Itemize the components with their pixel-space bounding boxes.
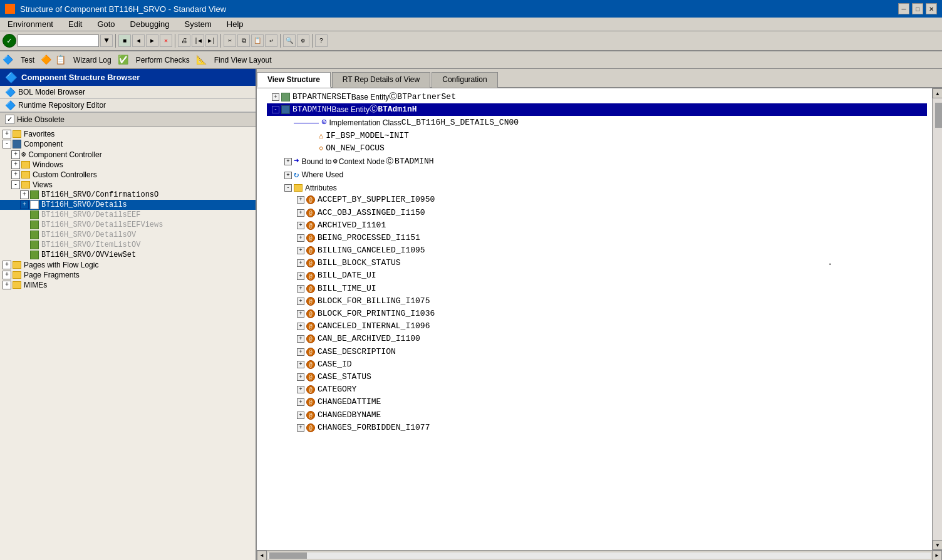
- scrollbar-track[interactable]: [933, 98, 942, 540]
- rp-row-on-new-focus[interactable]: ◇ ON_NEW_FOCUS: [267, 142, 927, 155]
- menu-environment[interactable]: Environment: [5, 19, 56, 29]
- rp-row-attr-acc_obj_assinged_i1150[interactable]: + @ ACC_OBJ_ASSINGED_I1150: [267, 207, 927, 219]
- hide-obsolete-bar[interactable]: ✓ Hide Obsolete: [0, 112, 256, 127]
- rp-row-where-used[interactable]: + ↻ Where Used: [267, 169, 927, 182]
- horizontal-scrollbar[interactable]: ◀ ▶: [257, 550, 942, 560]
- details-expand[interactable]: +: [20, 200, 29, 209]
- rp-row-attr-changedbyname[interactable]: + @ CHANGEDBYNAME: [267, 409, 927, 422]
- rp-row-if-bsp[interactable]: △ IF_BSP_MODEL~INIT: [267, 130, 927, 142]
- attr-expand[interactable]: +: [297, 398, 304, 406]
- rp-row-attr-block_for_billing_i1075[interactable]: + @ BLOCK_FOR_BILLING_I1075: [267, 295, 927, 308]
- cut-button[interactable]: ✂: [224, 34, 236, 47]
- rp-row-attr-changes_forbidden_i1077[interactable]: + @ CHANGES_FORBIDDEN_I1077: [267, 422, 927, 434]
- rp-row-attr-being_processed_i1151[interactable]: + @ BEING_PROCESSED_I1151: [267, 232, 927, 244]
- sidebar-item-views[interactable]: - Views: [0, 180, 256, 190]
- print-button[interactable]: 🖨: [178, 34, 190, 47]
- cmd-dropdown[interactable]: ▼: [100, 34, 113, 47]
- help-button[interactable]: ?: [315, 34, 328, 47]
- page-fragments-expand[interactable]: +: [3, 271, 11, 279]
- scrollbar-thumb[interactable]: [935, 103, 942, 128]
- tab-configuration[interactable]: Configuration: [432, 72, 497, 88]
- find-button[interactable]: 🔍: [283, 34, 296, 47]
- sidebar-item-pages-flow[interactable]: + Pages with Flow Logic: [0, 260, 256, 270]
- scroll-up-button[interactable]: ▲: [933, 88, 942, 98]
- sidebar-item-windows[interactable]: + Windows: [0, 160, 256, 170]
- attr-expand[interactable]: +: [297, 373, 304, 381]
- settings-button[interactable]: ⚙: [297, 34, 309, 47]
- windows-expand[interactable]: +: [11, 160, 20, 169]
- sidebar-item-component-controller[interactable]: + ⚙ Component Controller: [0, 149, 256, 160]
- scrollbar-h-track[interactable]: [268, 552, 931, 559]
- rp-row-attr-bill_date_ui[interactable]: + @ BILL_DATE_UI: [267, 269, 927, 282]
- attr-expand[interactable]: +: [297, 196, 304, 204]
- scroll-left-button[interactable]: ◀: [257, 551, 267, 561]
- wizard-log-button[interactable]: Wizard Log: [70, 54, 115, 66]
- menu-debugging[interactable]: Debugging: [128, 19, 172, 29]
- attr-expand[interactable]: +: [297, 348, 304, 356]
- tab-view-structure[interactable]: View Structure: [257, 72, 331, 88]
- copy-button[interactable]: ⧉: [237, 34, 250, 47]
- rp-row-attr-case_id[interactable]: + @ CASE_ID: [267, 358, 927, 371]
- attributes-expand[interactable]: -: [284, 184, 292, 192]
- runtime-repo-editor-item[interactable]: 🔷 Runtime Repository Editor: [0, 99, 256, 112]
- scroll-down-button[interactable]: ▼: [933, 540, 942, 550]
- attr-expand[interactable]: +: [297, 323, 304, 330]
- bound-to-expand[interactable]: +: [284, 158, 292, 165]
- rp-row-attr-accept_by_supplier_i0950[interactable]: + @ ACCEPT_BY_SUPPLIER_I0950: [267, 194, 927, 206]
- rp-row-attr-case_status[interactable]: + @ CASE_STATUS: [267, 371, 927, 383]
- menu-system[interactable]: System: [182, 19, 214, 29]
- sidebar-item-details[interactable]: + BT116H_SRVO/Details: [0, 200, 256, 210]
- nav-cancel-button[interactable]: ✕: [160, 34, 172, 47]
- favorites-expand[interactable]: +: [3, 130, 11, 138]
- sidebar-item-favorites[interactable]: + Favorites: [0, 129, 256, 139]
- attr-expand[interactable]: +: [297, 361, 304, 368]
- undo-button[interactable]: ↩: [265, 34, 277, 47]
- attr-expand[interactable]: +: [297, 222, 304, 229]
- rp-row-btpartnerset[interactable]: + BTPARTNERSET Base Entity Ⓒ BTPartnerSe…: [267, 91, 927, 103]
- bol-model-browser-item[interactable]: 🔷 BOL Model Browser: [0, 86, 256, 99]
- rp-row-attr-category[interactable]: + @ CATEGORY: [267, 383, 927, 396]
- menu-edit[interactable]: Edit: [66, 19, 85, 29]
- rp-row-attr-canceled_internal_i1096[interactable]: + @ CANCELED_INTERNAL_I1096: [267, 320, 927, 333]
- attr-expand[interactable]: +: [297, 259, 304, 267]
- attr-expand[interactable]: +: [297, 209, 304, 217]
- nav-back-button[interactable]: ◀: [132, 34, 145, 47]
- confirmations-expand[interactable]: +: [20, 190, 29, 199]
- custom-controllers-expand[interactable]: +: [11, 170, 20, 179]
- rp-row-impl-class[interactable]: ⊙ Implementation Class CL_BT116H_S_DETAI…: [267, 116, 927, 130]
- views-expand[interactable]: -: [11, 180, 20, 189]
- sidebar-item-details-ov[interactable]: BT116H_SRVO/DetailsOV: [0, 230, 256, 240]
- btpartnerset-expand[interactable]: +: [272, 93, 279, 101]
- attr-expand[interactable]: +: [297, 298, 304, 305]
- mimes-expand[interactable]: +: [3, 281, 11, 289]
- pages-flow-expand[interactable]: +: [3, 261, 11, 269]
- attr-expand[interactable]: +: [297, 285, 304, 293]
- nav-first-button[interactable]: |◀: [192, 34, 204, 47]
- rp-row-bound-to[interactable]: + ➜ Bound to ⚙ Context Node Ⓒ BTADMINH: [267, 155, 927, 169]
- test-button[interactable]: Test: [17, 54, 38, 66]
- close-button[interactable]: ✕: [926, 3, 937, 14]
- scroll-right-button[interactable]: ▶: [932, 551, 942, 561]
- rp-row-attr-archived_i1101[interactable]: + @ ARCHIVED_I1101: [267, 219, 927, 232]
- rp-row-attr-bill_time_ui[interactable]: + @ BILL_TIME_UI: [267, 283, 927, 295]
- attr-expand[interactable]: +: [297, 247, 304, 254]
- rp-row-attr-billing_canceled_i1095[interactable]: + @ BILLING_CANCELED_I1095: [267, 244, 927, 257]
- sidebar-item-item-list-ov[interactable]: BT116H_SRVO/ItemListOV: [0, 240, 256, 250]
- perform-checks-button[interactable]: Perform Checks: [132, 54, 194, 66]
- nav-last-button[interactable]: ▶|: [205, 34, 218, 47]
- minimize-button[interactable]: ─: [898, 3, 909, 14]
- rp-row-attributes[interactable]: - Attributes: [267, 182, 927, 194]
- sidebar-item-mimes[interactable]: + MIMEs: [0, 280, 256, 290]
- btadminh-expand[interactable]: -: [272, 106, 279, 113]
- rp-row-btadminh[interactable]: - BTADMINH Base Entity Ⓒ BTAdminH: [267, 103, 927, 116]
- component-expand[interactable]: -: [3, 140, 11, 148]
- nav-prev-button[interactable]: ■: [118, 34, 131, 47]
- find-view-layout-button[interactable]: Find View Layout: [210, 54, 276, 66]
- attr-expand[interactable]: +: [297, 424, 304, 432]
- attr-expand[interactable]: +: [297, 234, 304, 242]
- hide-obsolete-checkbox[interactable]: ✓: [5, 115, 14, 124]
- sidebar-item-ov-view-set[interactable]: BT116H_SRVO/OVViewSet: [0, 250, 256, 260]
- attr-expand[interactable]: +: [297, 386, 304, 393]
- command-field[interactable]: [18, 34, 99, 47]
- attr-expand[interactable]: +: [297, 335, 304, 343]
